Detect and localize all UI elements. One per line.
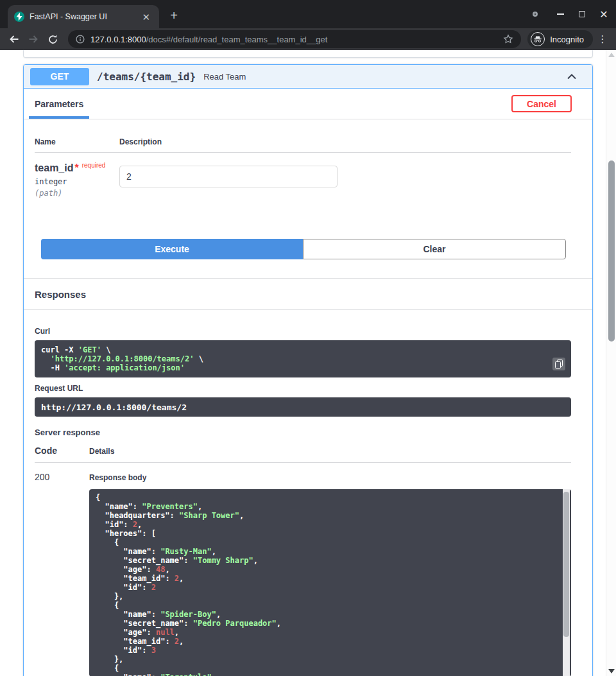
curl-label: Curl	[35, 327, 571, 336]
maximize-button[interactable]	[574, 6, 590, 22]
responses-title: Responses	[35, 289, 86, 300]
opblock-header[interactable]: GET /teams/{team_id} Read Team	[24, 65, 592, 89]
response-body-json: { "name": "Preventers", "headquarters": …	[89, 489, 571, 676]
response-body-block: { "name": "Preventers", "headquarters": …	[89, 489, 571, 676]
method-badge: GET	[30, 68, 89, 85]
cancel-button[interactable]: Cancel	[511, 95, 572, 112]
column-description: Description	[119, 137, 571, 146]
tab-parameters: Parameters	[29, 89, 89, 119]
swagger-page: GET /teams/{team_id} Read Team Parameter…	[0, 50, 606, 676]
team-id-input[interactable]	[119, 166, 338, 187]
parameter-name-text: team_id	[35, 162, 73, 173]
parameters-header: Parameters Cancel	[24, 89, 592, 119]
clear-button[interactable]: Clear	[303, 239, 566, 259]
fastapi-favicon-icon	[14, 12, 24, 22]
clipped-section-above	[23, 50, 593, 58]
parameter-value-cell	[119, 162, 571, 198]
tab-strip: FastAPI - Swagger UI ✕ + ✕	[0, 0, 616, 28]
parameter-name: team_id*required	[35, 162, 119, 174]
response-details-cell: Response body { "name": "Preventers", "h…	[89, 472, 571, 676]
request-url-value: http://127.0.0.1:8000/teams/2	[35, 397, 571, 417]
page-scrollbar[interactable]	[606, 50, 616, 676]
page-scrollbar-thumb[interactable]	[608, 160, 615, 342]
parameter-name-cell: team_id*required integer (path)	[35, 162, 119, 198]
tab-close-icon[interactable]: ✕	[139, 11, 153, 23]
url-host: 127.0.0.1:8000	[90, 35, 146, 44]
browser-menu-button[interactable]: ⋮	[594, 33, 611, 45]
copy-icon[interactable]	[552, 358, 565, 370]
incognito-label: Incognito	[550, 35, 584, 44]
responses-section: Responses Curl curl -X 'GET' \ 'http://1…	[24, 278, 592, 676]
parameter-location: (path)	[35, 189, 119, 198]
scroll-up-arrow-icon[interactable]	[608, 53, 615, 57]
minimize-button[interactable]	[552, 6, 569, 22]
required-label: required	[82, 162, 106, 169]
column-details: Details	[89, 447, 571, 456]
browser-tab[interactable]: FastAPI - Swagger UI ✕	[8, 5, 159, 28]
curl-command: curl -X 'GET' \ 'http://127.0.0.1:8000/t…	[35, 340, 571, 377]
response-scrollbar-thumb[interactable]	[563, 492, 569, 637]
column-code: Code	[35, 446, 89, 456]
url-text: 127.0.0.1:8000/docs#/default/read_team_t…	[90, 35, 497, 44]
opblock-get-team: GET /teams/{team_id} Read Team Parameter…	[23, 64, 593, 676]
parameters-title: Parameters	[35, 99, 83, 109]
parameter-type: integer	[35, 177, 119, 186]
response-row: 200 Response body { "name": "Preventers"…	[35, 463, 571, 676]
response-scrollbar[interactable]	[563, 489, 570, 676]
bookmark-star-icon[interactable]	[503, 34, 513, 44]
endpoint-path[interactable]: /teams/{team_id}	[97, 71, 196, 83]
forward-button[interactable]	[24, 30, 42, 48]
parameters-table-header: Name Description	[35, 137, 571, 153]
parameter-row: team_id*required integer (path)	[35, 153, 571, 198]
incognito-badge: Incognito	[527, 30, 593, 48]
execute-row: Execute Clear	[41, 239, 566, 259]
curl-block: curl -X 'GET' \ 'http://127.0.0.1:8000/t…	[35, 340, 571, 377]
tab-title: FastAPI - Swagger UI	[30, 12, 134, 21]
window-controls: ✕	[533, 0, 612, 28]
response-table-header: Code Details	[35, 446, 571, 463]
status-code: 200	[35, 472, 89, 676]
site-info-icon[interactable]	[76, 35, 85, 44]
scroll-down-arrow-icon[interactable]	[608, 669, 615, 673]
server-response-label: Server response	[35, 428, 571, 437]
request-url-label: Request URL	[35, 384, 571, 393]
execute-button[interactable]: Execute	[41, 239, 303, 259]
column-name: Name	[35, 137, 119, 146]
responses-header: Responses	[24, 278, 592, 310]
collapse-chevron-icon[interactable]	[567, 74, 577, 80]
address-bar[interactable]: 127.0.0.1:8000/docs#/default/read_team_t…	[68, 30, 521, 48]
browser-toolbar: 127.0.0.1:8000/docs#/default/read_team_t…	[0, 28, 616, 50]
endpoint-summary: Read Team	[203, 72, 246, 82]
required-star: *	[74, 162, 78, 173]
reload-button[interactable]	[44, 30, 62, 48]
incognito-icon	[531, 32, 545, 46]
window-close-button[interactable]: ✕	[595, 6, 612, 22]
browser-window: FastAPI - Swagger UI ✕ + ✕ 127.0.0.1:800…	[0, 0, 616, 676]
response-body-label: Response body	[89, 473, 571, 482]
status-circle-icon[interactable]	[533, 12, 538, 17]
new-tab-button[interactable]: +	[166, 7, 182, 24]
back-button[interactable]	[5, 30, 23, 48]
responses-content: Curl curl -X 'GET' \ 'http://127.0.0.1:8…	[24, 327, 592, 676]
url-path: /docs#/default/read_team_teams__team_id_…	[146, 35, 328, 44]
parameters-body: Name Description team_id*required intege…	[24, 137, 592, 259]
